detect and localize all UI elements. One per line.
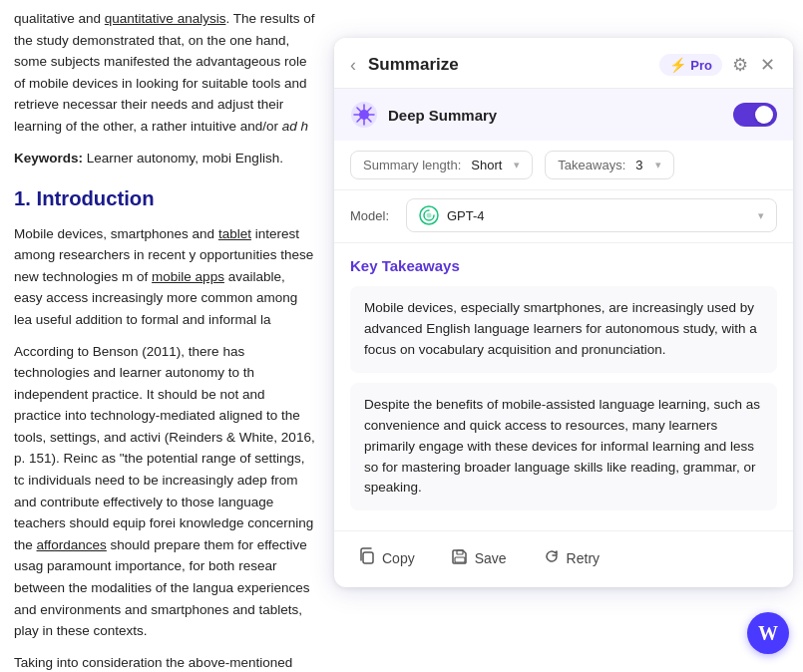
copy-button[interactable]: Copy: [350, 543, 423, 573]
svg-rect-5: [457, 550, 463, 554]
summary-length-label: Summary length:: [363, 158, 461, 172]
summarize-panel: ‹ Summarize ⚡ Pro ⚙ ✕ Deep Summa: [334, 38, 793, 587]
model-select[interactable]: GPT-4 ▾: [406, 198, 777, 232]
summary-length-chevron: ▾: [514, 159, 520, 171]
takeaways-label: Takeaways:: [558, 158, 625, 172]
summary-length-value: Short: [471, 158, 502, 172]
article-keywords: Keywords: Learner autonomy, mobi English…: [14, 148, 315, 169]
model-row: Model: GPT-4 ▾: [334, 190, 793, 243]
panel-header: ‹ Summarize ⚡ Pro ⚙ ✕: [334, 38, 793, 89]
retry-icon: [543, 547, 561, 569]
back-button[interactable]: ‹: [348, 53, 358, 78]
panel-body: Deep Summary Summary length: Short ▾ Tak…: [334, 89, 793, 587]
article-background: qualitative and quantitative analysis. T…: [0, 0, 329, 672]
takeaway-card-2: Despite the benefits of mobile-assisted …: [350, 383, 777, 511]
action-bar: Copy Save Retry: [334, 530, 793, 587]
panel-title: Summarize: [368, 55, 659, 75]
back-icon: ‹: [350, 55, 356, 76]
gpt4-icon: [419, 205, 439, 225]
svg-rect-4: [363, 552, 373, 563]
toggle-slider: [733, 103, 777, 127]
gear-icon: ⚙: [732, 54, 748, 76]
model-label: Model:: [350, 208, 398, 223]
header-actions: ⚡ Pro ⚙ ✕: [659, 52, 777, 78]
key-takeaways-title: Key Takeaways: [350, 257, 777, 274]
settings-button[interactable]: ⚙: [730, 52, 750, 78]
summary-length-select[interactable]: Summary length: Short ▾: [350, 151, 533, 179]
svg-rect-6: [455, 557, 465, 562]
model-name: GPT-4: [447, 208, 746, 223]
deep-summary-row: Deep Summary: [334, 89, 793, 141]
takeaways-chevron: ▾: [655, 159, 661, 171]
pro-badge: ⚡ Pro: [659, 54, 722, 76]
retry-label: Retry: [567, 550, 600, 566]
deep-summary-icon: [350, 101, 378, 129]
close-icon: ✕: [760, 54, 775, 76]
save-button[interactable]: Save: [443, 543, 515, 573]
article-para4: Taking into consideration the above-ment…: [14, 652, 315, 672]
copy-icon: [358, 547, 376, 569]
article-para3: According to Benson (2011), there has te…: [14, 341, 315, 642]
copy-label: Copy: [382, 550, 415, 566]
deep-summary-toggle[interactable]: [733, 103, 777, 127]
svg-point-3: [427, 213, 432, 218]
model-chevron: ▾: [758, 209, 764, 222]
retry-button[interactable]: Retry: [535, 543, 607, 573]
save-icon: [451, 547, 469, 569]
save-label: Save: [475, 550, 507, 566]
pro-label: Pro: [690, 58, 712, 73]
settings-row: Summary length: Short ▾ Takeaways: 3 ▾: [334, 141, 793, 190]
article-para1: qualitative and quantitative analysis. T…: [14, 8, 315, 138]
key-takeaways-section: Key Takeaways Mobile devices, especially…: [334, 243, 793, 530]
close-button[interactable]: ✕: [758, 52, 777, 78]
takeaways-value: 3: [635, 158, 642, 172]
lightning-icon: ⚡: [669, 57, 686, 73]
article-heading: 1. Introduction: [14, 182, 315, 214]
takeaways-select[interactable]: Takeaways: 3 ▾: [545, 151, 673, 179]
takeaway-card-1: Mobile devices, especially smartphones, …: [350, 286, 777, 373]
article-para2: Mobile devices, smartphones and tablet i…: [14, 223, 315, 331]
watermark-label: W: [758, 622, 778, 645]
watermark-button[interactable]: W: [747, 612, 789, 654]
deep-summary-label: Deep Summary: [388, 107, 733, 124]
